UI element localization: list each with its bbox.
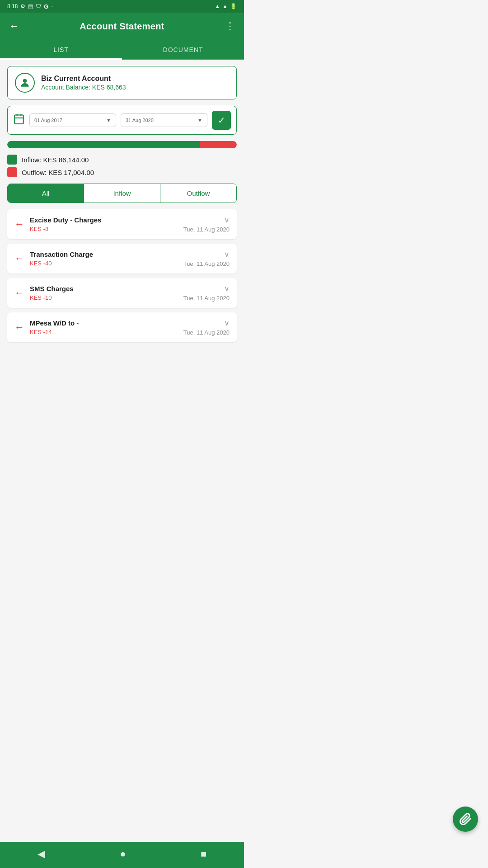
wifi-icon: ▲ (215, 3, 220, 9)
transaction-date: Tue, 11 Aug 2020 (183, 226, 230, 233)
tab-list[interactable]: LIST (0, 40, 122, 59)
transaction-amount: KES -14 (30, 329, 178, 335)
transaction-body: MPesa W/D to - KES -14 (30, 319, 178, 335)
transaction-right: ∨ Tue, 11 Aug 2020 (183, 216, 230, 233)
inflow-label: Inflow: KES 86,144.00 (22, 156, 89, 164)
transaction-right: ∨ Tue, 11 Aug 2020 (183, 284, 230, 302)
table-row[interactable]: ← SMS Charges KES -10 ∨ Tue, 11 Aug 2020 (7, 278, 237, 308)
back-button[interactable]: ← (7, 19, 21, 34)
account-balance: Account Balance: KES 68,663 (41, 84, 126, 91)
page-title: Account Statement (80, 21, 164, 32)
outflow-arrow-icon: ← (14, 321, 24, 333)
chevron-down-icon: ∨ (224, 284, 230, 293)
main-content: Biz Current Account Account Balance: KES… (0, 60, 244, 349)
transaction-filter-tabs: All Inflow Outflow (7, 184, 237, 203)
account-name: Biz Current Account (41, 75, 126, 83)
google-icon: G (44, 3, 48, 10)
date-filter: 01 Aug 2017 ▼ 31 Aug 2020 ▼ ✓ (7, 106, 237, 135)
svg-rect-1 (14, 115, 23, 124)
status-right: ▲ ▲ 🔋 (215, 3, 237, 9)
transaction-body: Transaction Charge KES -40 (30, 250, 178, 267)
transaction-date: Tue, 11 Aug 2020 (183, 329, 230, 336)
transaction-right: ∨ Tue, 11 Aug 2020 (183, 319, 230, 336)
confirm-date-button[interactable]: ✓ (212, 111, 231, 130)
end-date-chevron: ▼ (197, 118, 202, 123)
calendar-icon (13, 113, 25, 127)
transaction-amount: KES -40 (30, 260, 178, 267)
transaction-body: Excise Duty - Charges KES -8 (30, 216, 178, 232)
status-time: 8:18 (7, 3, 18, 9)
chevron-down-icon: ∨ (224, 319, 230, 327)
tab-document[interactable]: DOCUMENT (122, 40, 244, 59)
flow-progress-bar (7, 141, 237, 148)
transaction-amount: KES -8 (30, 226, 178, 232)
account-avatar (15, 73, 35, 93)
start-date-chevron: ▼ (106, 118, 111, 123)
message-icon: ▤ (28, 3, 33, 9)
end-date-value: 31 Aug 2020 (126, 118, 154, 123)
dot-icon: · (51, 3, 52, 9)
transaction-amount: KES -10 (30, 294, 178, 301)
transaction-date: Tue, 11 Aug 2020 (183, 260, 230, 267)
shield-icon: 🛡 (36, 3, 41, 9)
filter-tab-outflow[interactable]: Outflow (160, 184, 236, 203)
inflow-color-indicator (7, 155, 17, 165)
tab-bar: LIST DOCUMENT (0, 40, 244, 60)
chevron-down-icon: ∨ (224, 250, 230, 259)
status-bar: 8:18 ⚙ ▤ 🛡 G · ▲ ▲ 🔋 (0, 0, 244, 13)
table-row[interactable]: ← Transaction Charge KES -40 ∨ Tue, 11 A… (7, 244, 237, 274)
transaction-list: ← Excise Duty - Charges KES -8 ∨ Tue, 11… (7, 209, 237, 342)
transaction-name: Transaction Charge (30, 250, 178, 258)
inflow-progress (7, 141, 200, 148)
transaction-name: Excise Duty - Charges (30, 216, 178, 224)
table-row[interactable]: ← Excise Duty - Charges KES -8 ∨ Tue, 11… (7, 209, 237, 239)
confirm-icon: ✓ (218, 115, 225, 126)
start-date-input[interactable]: 01 Aug 2017 ▼ (29, 113, 116, 127)
menu-button[interactable]: ⋮ (223, 19, 237, 34)
transaction-right: ∨ Tue, 11 Aug 2020 (183, 250, 230, 267)
start-date-value: 01 Aug 2017 (34, 118, 62, 123)
settings-icon: ⚙ (20, 3, 25, 9)
transaction-name: MPesa W/D to - (30, 319, 178, 327)
outflow-arrow-icon: ← (14, 218, 24, 230)
signal-icon: ▲ (222, 3, 228, 9)
transaction-name: SMS Charges (30, 285, 178, 292)
svg-point-0 (23, 79, 27, 83)
app-bar: ← Account Statement ⋮ (0, 13, 244, 40)
outflow-label: Outflow: KES 17,004.00 (22, 169, 94, 176)
table-row[interactable]: ← MPesa W/D to - KES -14 ∨ Tue, 11 Aug 2… (7, 312, 237, 342)
account-card[interactable]: Biz Current Account Account Balance: KES… (7, 66, 237, 99)
end-date-input[interactable]: 31 Aug 2020 ▼ (121, 113, 207, 127)
outflow-arrow-icon: ← (14, 253, 24, 264)
transaction-body: SMS Charges KES -10 (30, 285, 178, 301)
flow-legend: Inflow: KES 86,144.00 Outflow: KES 17,00… (7, 155, 237, 177)
chevron-down-icon: ∨ (224, 216, 230, 224)
outflow-legend-item: Outflow: KES 17,004.00 (7, 167, 237, 177)
outflow-arrow-icon: ← (14, 287, 24, 299)
outflow-color-indicator (7, 167, 17, 177)
battery-icon: 🔋 (230, 3, 237, 9)
filter-tab-inflow[interactable]: Inflow (84, 184, 160, 203)
account-info: Biz Current Account Account Balance: KES… (41, 75, 126, 91)
filter-tab-all[interactable]: All (8, 184, 84, 203)
transaction-date: Tue, 11 Aug 2020 (183, 295, 230, 302)
status-left: 8:18 ⚙ ▤ 🛡 G · (7, 3, 53, 10)
inflow-legend-item: Inflow: KES 86,144.00 (7, 155, 237, 165)
outflow-progress (200, 141, 237, 148)
